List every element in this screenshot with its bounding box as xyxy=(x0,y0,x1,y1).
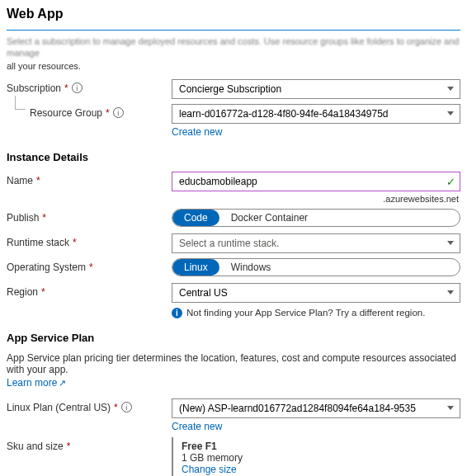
sku-label: Sku and size * xyxy=(7,437,172,452)
region-hint: i Not finding your App Service Plan? Try… xyxy=(172,308,460,318)
subscription-label: Subscription * i xyxy=(7,79,172,94)
required-asterisk: * xyxy=(41,286,45,298)
os-toggle: Linux Windows xyxy=(172,258,460,276)
subscription-select[interactable]: Concierge Subscription xyxy=(172,79,460,99)
intro-text-tail: all your resources. xyxy=(7,61,460,71)
publish-label: Publish * xyxy=(7,209,172,224)
instance-details-heading: Instance Details xyxy=(7,151,460,163)
create-new-plan-link[interactable]: Create new xyxy=(172,421,460,432)
required-asterisk: * xyxy=(114,402,118,413)
create-new-rg-link[interactable]: Create new xyxy=(172,126,460,138)
sku-display: Free F1 1 GB memory Change size xyxy=(172,437,460,476)
app-service-plan-heading: App Service Plan xyxy=(7,332,460,344)
name-input[interactable] xyxy=(172,172,460,191)
linux-plan-label: Linux Plan (Central US) * i xyxy=(7,398,172,413)
publish-docker-option[interactable]: Docker Container xyxy=(219,210,319,226)
plan-description: App Service plan pricing tier determines… xyxy=(7,352,460,375)
info-icon: i xyxy=(172,308,182,318)
required-asterisk: * xyxy=(64,82,68,94)
runtime-label: Runtime stack * xyxy=(7,233,172,248)
tab-underline xyxy=(7,30,460,31)
domain-suffix: .azurewebsites.net xyxy=(172,194,460,204)
intro-text-blurred: Select a subscription to manage deployed… xyxy=(7,35,460,59)
info-icon[interactable]: i xyxy=(113,107,124,118)
region-select[interactable]: Central US xyxy=(172,283,460,303)
required-asterisk: * xyxy=(89,262,93,273)
linux-plan-select[interactable]: (New) ASP-learnd016772ad1284f8094fe64a18… xyxy=(172,398,460,418)
external-link-icon: ↗ xyxy=(59,378,66,389)
required-asterisk: * xyxy=(67,441,71,452)
os-linux-option[interactable]: Linux xyxy=(172,259,219,276)
change-size-link[interactable]: Change size xyxy=(182,464,237,475)
region-label: Region * xyxy=(7,283,172,298)
required-asterisk: * xyxy=(36,175,40,186)
name-label: Name * xyxy=(7,172,172,186)
runtime-select[interactable]: Select a runtime stack. xyxy=(172,233,460,253)
os-label: Operating System * xyxy=(7,258,172,273)
page-title: Web App xyxy=(7,7,460,21)
required-asterisk: * xyxy=(42,212,46,224)
info-icon[interactable]: i xyxy=(121,402,132,412)
publish-code-option[interactable]: Code xyxy=(172,210,219,226)
resource-group-select[interactable]: learn-d016772a-d128-4f80-94fe-64a1843497… xyxy=(172,104,460,124)
publish-toggle: Code Docker Container xyxy=(172,209,460,227)
info-icon[interactable]: i xyxy=(72,82,83,93)
os-windows-option[interactable]: Windows xyxy=(219,259,283,276)
required-asterisk: * xyxy=(106,107,110,119)
required-asterisk: * xyxy=(73,237,77,248)
learn-more-link[interactable]: Learn more↗ xyxy=(7,377,66,389)
sku-name: Free F1 xyxy=(182,441,460,452)
resource-group-label: Resource Group * i xyxy=(7,104,172,119)
sku-detail: 1 GB memory xyxy=(182,452,460,464)
